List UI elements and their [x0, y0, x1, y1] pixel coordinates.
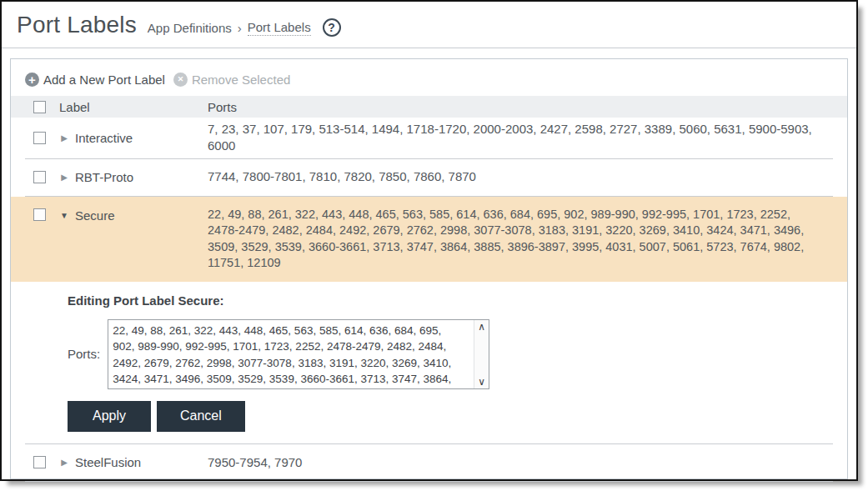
textarea-scrollbar[interactable]: ∧ ∨ [474, 320, 489, 388]
breadcrumb: App Definitions › Port Labels [148, 13, 311, 36]
help-icon[interactable]: ? [323, 18, 341, 37]
table-row-secure: ▼ Secure 22, 49, 88, 261, 322, 443, 448,… [11, 197, 847, 282]
row-ports: 7950-7954, 7970 [208, 451, 822, 474]
row-expander-rbt-proto[interactable]: ▶ RBT-Proto [59, 170, 208, 184]
column-header-ports: Ports [208, 100, 822, 114]
cancel-button[interactable]: Cancel [157, 401, 245, 432]
add-port-label-text: Add a New Port Label [43, 73, 165, 87]
chevron-right-icon: ▶ [59, 133, 69, 143]
port-labels-panel: + Add a New Port Label ✕ Remove Selected… [10, 58, 848, 479]
row-ports: 7744, 7800-7801, 7810, 7820, 7850, 7860,… [208, 165, 822, 188]
table-row-rbt-proto: ▶ RBT-Proto 7744, 7800-7801, 7810, 7820,… [11, 159, 847, 196]
ports-field-label: Ports: [68, 347, 100, 361]
screenshot-frame: Port Labels App Definitions › Port Label… [0, 0, 858, 481]
header-divider [2, 48, 856, 48]
breadcrumb-current[interactable]: Port Labels [248, 20, 311, 36]
row-label: Interactive [75, 131, 133, 145]
row-expander-secure[interactable]: ▼ Secure [59, 208, 208, 223]
remove-selected-text: Remove Selected [192, 73, 290, 87]
ports-textarea[interactable]: 22, 49, 88, 261, 322, 443, 448, 465, 563… [108, 319, 489, 389]
scroll-down-icon[interactable]: ∨ [478, 377, 485, 387]
editor-heading: Editing Port Label Secure: [68, 293, 847, 308]
table-header-row: Label Ports [11, 96, 847, 118]
remove-icon: ✕ [173, 73, 188, 87]
breadcrumb-parent: App Definitions [148, 21, 232, 35]
row-expander-steelfusion[interactable]: ▶ SteelFusion [59, 455, 208, 469]
row-checkbox[interactable] [33, 132, 46, 144]
toolbar: + Add a New Port Label ✕ Remove Selected [11, 59, 847, 96]
row-checkbox[interactable] [33, 171, 46, 183]
page-title: Port Labels [17, 12, 137, 38]
select-all-checkbox[interactable] [33, 101, 46, 113]
row-label: Secure [75, 208, 115, 223]
row-divider [25, 481, 833, 482]
table-row-steelfusion: ▶ SteelFusion 7950-7954, 7970 [11, 444, 847, 481]
row-ports: 7, 23, 37, 107, 179, 513-514, 1494, 1718… [208, 118, 822, 158]
row-label: RBT-Proto [75, 170, 133, 184]
row-checkbox[interactable] [33, 208, 46, 221]
page-header: Port Labels App Definitions › Port Label… [2, 2, 856, 48]
row-label: SteelFusion [75, 455, 141, 469]
chevron-right-icon: ▶ [59, 458, 69, 467]
breadcrumb-separator-icon: › [238, 21, 242, 35]
chevron-down-icon: ▼ [59, 211, 69, 220]
add-port-label-button[interactable]: + Add a New Port Label [25, 73, 165, 87]
row-checkbox[interactable] [33, 456, 46, 468]
editor-form: Ports: 22, 49, 88, 261, 322, 443, 448, 4… [68, 319, 847, 389]
editor-buttons: Apply Cancel [68, 401, 847, 432]
column-header-label: Label [59, 100, 208, 114]
chevron-right-icon: ▶ [59, 173, 69, 182]
row-expander-interactive[interactable]: ▶ Interactive [59, 131, 208, 145]
ports-textarea-wrap: 22, 49, 88, 261, 322, 443, 448, 465, 563… [108, 319, 489, 389]
apply-button[interactable]: Apply [68, 401, 151, 432]
row-ports: 22, 49, 88, 261, 322, 443, 448, 465, 563… [208, 203, 822, 275]
scroll-up-icon[interactable]: ∧ [478, 322, 485, 332]
remove-selected-button[interactable]: ✕ Remove Selected [173, 73, 290, 87]
add-icon: + [25, 73, 39, 87]
table-row-interactive: ▶ Interactive 7, 23, 37, 107, 179, 513-5… [11, 118, 847, 158]
edit-port-label-section: Editing Port Label Secure: Ports: 22, 49… [11, 282, 847, 443]
